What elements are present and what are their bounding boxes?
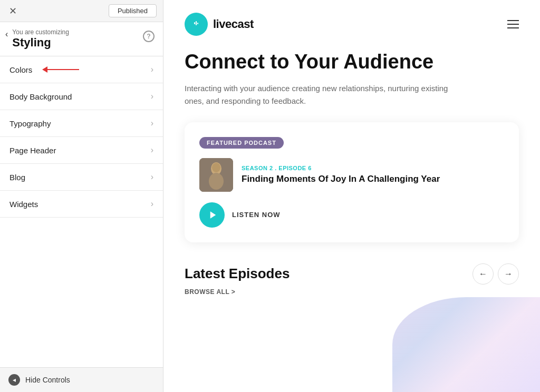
- listen-label: LISTEN NOW: [232, 211, 281, 219]
- arrow-annotation: [42, 66, 79, 73]
- right-panel: livecast Connect to Your Audience Intera…: [163, 0, 540, 392]
- menu-item-label: Typography: [9, 119, 51, 128]
- back-button[interactable]: ‹: [5, 30, 8, 39]
- chevron-right-icon: ›: [151, 119, 153, 128]
- prev-button[interactable]: ←: [472, 263, 494, 285]
- menu-item-label: Body Background: [9, 92, 72, 101]
- next-button[interactable]: →: [498, 263, 519, 285]
- gradient-blob: [392, 297, 540, 392]
- menu-item-widgets[interactable]: Widgets ›: [0, 191, 163, 218]
- hide-controls-label: Hide Controls: [25, 376, 70, 384]
- thumb-svg: [199, 158, 233, 192]
- episode-title: Finding Moments Of Joy In A Challenging …: [242, 173, 504, 185]
- svg-rect-2: [196, 21, 197, 25]
- svg-rect-1: [194, 22, 195, 24]
- menu-item-label: Blog: [9, 173, 25, 182]
- logo-area: livecast: [185, 13, 254, 36]
- arrow-head: [42, 66, 47, 73]
- menu-list: Colors › Body Background › Typography › …: [0, 56, 163, 367]
- featured-card: FEATURED PODCAST SEASON 2 . EPISODE 6 Fi…: [185, 122, 519, 242]
- close-button[interactable]: ✕: [6, 5, 19, 17]
- menu-item-body-background[interactable]: Body Background ›: [0, 83, 163, 110]
- published-button[interactable]: Published: [109, 4, 157, 17]
- svg-marker-8: [210, 211, 216, 219]
- menu-item-colors[interactable]: Colors ›: [0, 56, 163, 83]
- podcast-info: SEASON 2 . EPISODE 6 Finding Moments Of …: [199, 158, 504, 192]
- left-panel: ✕ Published ‹ You are customizing Stylin…: [0, 0, 163, 392]
- svg-point-7: [212, 163, 220, 172]
- chevron-right-icon: ›: [151, 145, 153, 155]
- svg-point-6: [209, 173, 224, 190]
- play-icon: [208, 210, 218, 220]
- menu-item-label: Widgets: [9, 200, 38, 209]
- site-header: livecast: [185, 13, 519, 36]
- logo-text: livecast: [213, 17, 254, 31]
- menu-item-page-header[interactable]: Page Header ›: [0, 137, 163, 164]
- chevron-right-icon: ›: [151, 65, 153, 74]
- chevron-right-icon: ›: [151, 92, 153, 101]
- hamburger-menu[interactable]: [507, 20, 519, 28]
- menu-item-label: Colors: [9, 65, 32, 74]
- episode-label: SEASON 2 . EPISODE 6: [242, 165, 504, 171]
- hide-controls-bar[interactable]: ◂ Hide Controls: [0, 367, 163, 392]
- customizing-section: ‹ You are customizing Styling ?: [0, 22, 163, 56]
- latest-section: Latest Episodes ← → BROWSE ALL >: [185, 263, 519, 296]
- logo-svg: [190, 18, 202, 31]
- menu-item-label: Page Header: [9, 146, 56, 155]
- svg-rect-3: [197, 23, 198, 24]
- menu-item-typography[interactable]: Typography ›: [0, 110, 163, 137]
- top-bar: ✕ Published: [0, 0, 163, 22]
- listen-row: LISTEN NOW: [199, 202, 504, 228]
- chevron-right-icon: ›: [151, 172, 153, 182]
- podcast-thumb-image: [199, 158, 233, 192]
- browse-all-link[interactable]: BROWSE ALL >: [185, 288, 235, 296]
- hero-title: Connect to Your Audience: [185, 51, 438, 74]
- podcast-meta: SEASON 2 . EPISODE 6 Finding Moments Of …: [242, 165, 504, 185]
- menu-item-blog[interactable]: Blog ›: [0, 164, 163, 191]
- arrow-line: [47, 69, 79, 70]
- hide-controls-icon: ◂: [8, 374, 20, 386]
- chevron-right-icon: ›: [151, 199, 153, 209]
- latest-title: Latest Episodes: [185, 266, 290, 282]
- customizing-title: Styling: [12, 36, 143, 50]
- featured-badge: FEATURED PODCAST: [199, 137, 284, 149]
- customizing-label: You are customizing: [12, 28, 143, 36]
- latest-header: Latest Episodes ← →: [185, 263, 519, 285]
- help-icon[interactable]: ?: [143, 31, 155, 42]
- podcast-thumbnail: [199, 158, 233, 192]
- play-button[interactable]: [199, 202, 225, 228]
- customizing-text: You are customizing Styling: [12, 28, 143, 50]
- nav-buttons: ← →: [472, 263, 519, 285]
- hero-subtitle: Interacting with your audience creating …: [185, 82, 448, 107]
- logo-icon: [185, 13, 208, 36]
